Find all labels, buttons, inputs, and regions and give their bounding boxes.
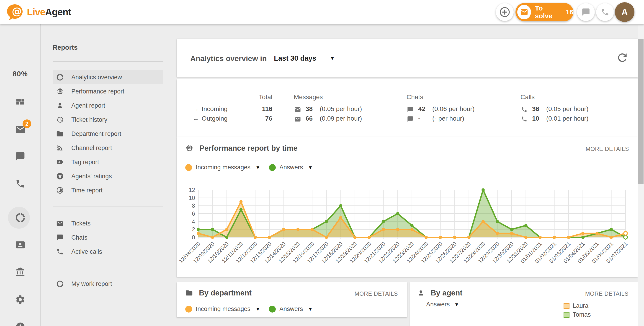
chats-value: 42	[418, 105, 425, 113]
timelapse-icon	[56, 186, 64, 194]
menu-item-tickets[interactable]: Tickets	[53, 216, 164, 230]
rail-contacts-button[interactable]	[0, 240, 40, 250]
rail-reports-button[interactable]	[0, 212, 40, 223]
dashboard-icon	[15, 97, 26, 107]
analytics-overview-card: Analytics overview in Last 30 days ▼	[176, 39, 638, 77]
chat-bubble-icon	[15, 151, 25, 161]
by-department-card: By department MORE DETAILS Incoming mess…	[176, 282, 407, 317]
svg-text:2: 2	[192, 226, 195, 232]
col-header-total: Total	[246, 94, 272, 101]
phone-icon	[601, 8, 609, 17]
chats-value: -	[418, 115, 420, 122]
menu-item-department-report[interactable]: Department report	[53, 127, 164, 141]
rail-chats-button[interactable]	[0, 151, 40, 161]
refresh-icon	[616, 51, 629, 64]
stats-row-outgoing: ← Outgoing 76 66 (0.09 per hour) - (- pe…	[176, 115, 638, 124]
menu-item-agents-ratings[interactable]: Agents' ratings	[53, 169, 164, 183]
answers-series-dropdown[interactable]: ▼	[308, 165, 313, 170]
menu-item-label: Performance report	[71, 88, 124, 95]
more-details-link[interactable]: MORE DETAILS	[354, 290, 398, 297]
incoming-series-dropdown[interactable]: ▼	[256, 306, 260, 312]
menu-item-ticket-history[interactable]: Ticket history	[53, 113, 164, 127]
rail-calls-button[interactable]	[0, 179, 40, 189]
performance-report-card: Performance report by time MORE DETAILS …	[176, 137, 638, 277]
phone-icon	[521, 116, 527, 122]
menu-item-tag-report[interactable]: Tag report	[53, 155, 164, 169]
folder-icon	[185, 289, 193, 297]
incoming-series-dropdown[interactable]: ▼	[256, 165, 260, 170]
donut-chart-icon	[56, 73, 64, 81]
more-details-link[interactable]: MORE DETAILS	[586, 146, 629, 152]
menu-item-label: My work report	[71, 280, 112, 287]
chat-bubble-icon	[407, 116, 414, 122]
agent-pie-chart[interactable]	[433, 300, 560, 326]
rail-tickets-button[interactable]	[0, 124, 40, 135]
menu-item-analytics-overview[interactable]: Analytics overview	[53, 70, 164, 84]
user-avatar[interactable]: A	[615, 2, 634, 22]
menu-item-label: Department report	[71, 130, 121, 137]
folder-icon	[56, 130, 64, 138]
menu-item-label: Agents' ratings	[71, 173, 112, 180]
time-series-chart[interactable]: 02468101212/08/202012/09/202012/10/20201…	[176, 185, 638, 266]
menu-item-my-work-report[interactable]: My work report	[53, 277, 164, 291]
tomas-legend-label: Tomas	[573, 311, 591, 318]
menu-item-time-report[interactable]: Time report	[53, 183, 164, 197]
section-title: Performance report by time	[200, 144, 298, 153]
more-details-link[interactable]: MORE DETAILS	[585, 290, 628, 297]
date-range-select[interactable]: Last 30 days ▼	[274, 54, 342, 63]
menu-item-agent-report[interactable]: Agent report	[53, 99, 164, 113]
menu-item-active-calls[interactable]: Active calls	[53, 245, 164, 259]
arrow-right-icon: →	[192, 105, 199, 113]
phone-icon	[521, 106, 527, 113]
menu-item-chats[interactable]: Chats	[53, 230, 164, 245]
incoming-legend-dot	[185, 306, 192, 312]
answers-series-dropdown[interactable]: ▼	[308, 306, 313, 312]
menu-separator	[53, 61, 164, 62]
pie-legend-tomas[interactable]: Tomas	[564, 311, 591, 318]
refresh-button[interactable]	[616, 51, 629, 64]
answers-legend-dot	[269, 164, 276, 171]
scrollbar-thumb[interactable]	[638, 39, 644, 184]
col-header-calls: Calls	[520, 94, 534, 101]
tag-icon	[56, 158, 64, 166]
reports-menu: Reports Analytics overview Performance r…	[42, 24, 176, 326]
bank-icon	[15, 267, 26, 277]
calls-header-button[interactable]	[596, 3, 614, 21]
to-solve-button[interactable]: To solve 16	[516, 3, 573, 21]
row-label: Incoming	[202, 105, 228, 113]
rail-dashboard-button[interactable]	[0, 97, 40, 107]
section-title: By agent	[431, 289, 462, 297]
rss-icon	[56, 144, 64, 152]
history-icon	[56, 116, 64, 124]
tomas-legend-swatch	[564, 312, 570, 318]
rail-billing-button[interactable]	[0, 267, 40, 277]
laura-legend-swatch	[564, 303, 570, 309]
arrow-left-icon: ←	[192, 115, 199, 122]
rail-settings-button[interactable]	[0, 294, 40, 305]
calls-rate: (0.01 per hour)	[546, 115, 588, 122]
add-button[interactable]	[496, 3, 514, 21]
chat-bubble-icon	[407, 106, 414, 113]
logo-bubble-icon: @	[6, 3, 24, 21]
answers-legend-label: Answers	[280, 164, 303, 171]
chats-header-button[interactable]	[577, 3, 595, 21]
menu-item-label: Ticket history	[71, 116, 107, 123]
rail-starred-button[interactable]	[0, 322, 40, 326]
mail-icon	[56, 219, 64, 227]
liveagent-logo[interactable]: @ LiveAgent	[6, 2, 71, 22]
person-icon	[56, 101, 64, 110]
col-header-chats: Chats	[406, 94, 423, 101]
menu-separator	[53, 270, 164, 270]
donut-chart-icon	[56, 280, 64, 288]
messages-value: 66	[306, 115, 313, 122]
menu-item-label: Chats	[71, 234, 88, 241]
to-solve-mail-icon	[517, 5, 531, 19]
menu-item-label: Active calls	[71, 248, 102, 255]
pie-legend-laura[interactable]: Laura	[564, 302, 588, 309]
calls-value: 10	[532, 115, 539, 122]
person-icon	[417, 289, 425, 297]
menu-item-performance-report[interactable]: Performance report	[53, 84, 164, 99]
menu-item-channel-report[interactable]: Channel report	[53, 141, 164, 155]
chat-bubble-icon	[56, 233, 64, 242]
reports-menu-title: Reports	[53, 44, 78, 51]
